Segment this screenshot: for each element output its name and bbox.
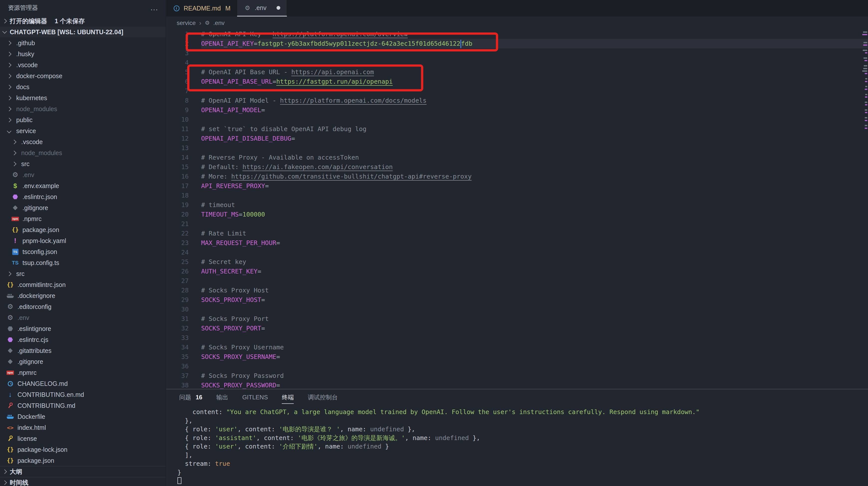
tree-item-.env[interactable]: ⚙.env [0,312,166,323]
minimap[interactable] [862,29,868,159]
tab-.env[interactable]: ⚙.env [237,0,287,17]
tree-item-.gitignore[interactable]: .gitignore [0,356,166,367]
editor-line-26[interactable]: 26AUTH_SECRET_KEY= [166,267,868,276]
tree-item-label: docker-compose [16,73,62,80]
modified-badge: M [225,5,230,12]
tree-item-.dockerignore[interactable]: .dockerignore [0,290,166,301]
editor-line-23[interactable]: 23MAX_REQUEST_PER_HOUR= [166,238,868,248]
editor-line-30[interactable]: 30 [166,305,868,314]
arrow-down-icon: ↓ [6,391,14,398]
panel-tab-GITLENS[interactable]: GITLENS [242,389,268,405]
editor-line-29[interactable]: 29SOCKS_PROXY_HOST= [166,295,868,305]
tree-item-license[interactable]: license [0,433,166,444]
tree-item-tsconfig.json[interactable]: TStsconfig.json [0,246,166,257]
editor-line-38[interactable]: 38SOCKS_PROXY_PASSWORD= [166,381,868,389]
tree-item-.eslintignore[interactable]: .eslintignore [0,323,166,334]
panel-tab-终端[interactable]: 终端 [282,389,294,405]
tree-item-label: license [18,435,37,442]
editor-line-21[interactable]: 21 [166,219,868,229]
tree-item-docker-compose[interactable]: docker-compose [0,70,166,81]
editor-line-8[interactable]: 8# OpenAI API Model - https://platform.o… [166,96,868,105]
tree-item-package.json[interactable]: {}package.json [0,224,166,235]
tree-item-.gitattributes[interactable]: .gitattributes [0,345,166,356]
tree-item-.env.example[interactable]: $.env.example [0,180,166,191]
editor-line-36[interactable]: 36 [166,362,868,371]
tree-item-node_modules[interactable]: node_modules [0,104,166,114]
panel-tab-调试控制台[interactable]: 调试控制台 [308,389,338,405]
breadcrumb-file[interactable]: .env [213,20,224,26]
tree-item-package.json[interactable]: {}package.json [0,455,166,466]
outline-section[interactable]: 大纲 [0,466,166,477]
editor-line-19[interactable]: 19# timeout [166,200,868,210]
tree-item-src[interactable]: src [0,268,166,279]
editor-line-33[interactable]: 33 [166,333,868,343]
more-actions-icon[interactable]: ... [151,5,158,10]
editor-line-9[interactable]: 9OPENAI_API_MODEL= [166,105,868,115]
tree-item-.vscode[interactable]: .vscode [0,136,166,147]
tree-item-.editorconfig[interactable]: ⚙.editorconfig [0,301,166,312]
panel-tab-问题[interactable]: 问题16 [179,389,203,405]
editor-line-12[interactable]: 12OPENAI_API_DISABLE_DEBUG= [166,134,868,143]
editor-line-34[interactable]: 34# Socks Proxy Username [166,343,868,352]
open-editors-section[interactable]: 打开的编辑器 1 个未保存 [0,16,166,26]
editor-line-16[interactable]: 16# More: https://github.com/transitive-… [166,172,868,181]
editor-line-24[interactable]: 24 [166,248,868,257]
tree-item-.eslintrc.cjs[interactable]: .eslintrc.cjs [0,334,166,345]
tree-item-.commitlintrc.json[interactable]: {}.commitlintrc.json [0,279,166,290]
tree-item-.env[interactable]: ⚙.env [0,169,166,180]
editor-line-13[interactable]: 13 [166,143,868,153]
tab-README.md[interactable]: iREADME.mdM [166,0,237,17]
keys-yellow-icon [6,435,14,442]
tree-item-CONTRIBUTING.md[interactable]: CONTRIBUTING.md [0,400,166,411]
tree-item-Dockerfile[interactable]: Dockerfile [0,411,166,422]
line-code: # Secret key [201,257,246,267]
editor-line-28[interactable]: 28# Socks Proxy Host [166,286,868,295]
timeline-section[interactable]: 时间线 [0,477,166,486]
tree-item-.npmrc[interactable]: npm.npmrc [0,367,166,378]
editor-line-35[interactable]: 35SOCKS_PROXY_USERNAME= [166,352,868,362]
editor-line-10[interactable]: 10 [166,115,868,124]
workspace-section[interactable]: CHATGPT-WEB [WSL: UBUNTU-22.04] [0,26,166,37]
tree-item-pnpm-lock.yaml[interactable]: !pnpm-lock.yaml [0,235,166,246]
editor-line-20[interactable]: 20TIMEOUT_MS=100000 [166,210,868,219]
tree-item-.gitignore[interactable]: .gitignore [0,202,166,213]
editor-line-18[interactable]: 18 [166,191,868,200]
clock-icon [6,380,14,388]
editor-line-27[interactable]: 27 [166,276,868,286]
editor-line-17[interactable]: 17API_REVERSE_PROXY= [166,181,868,191]
tree-item-.npmrc[interactable]: npm.npmrc [0,213,166,224]
tree-item-.vscode[interactable]: .vscode [0,59,166,70]
breadcrumb-folder[interactable]: service [177,20,196,26]
tree-item-kubernetes[interactable]: kubernetes [0,92,166,104]
tree-item-label: .eslintrc.json [23,193,57,201]
editor-line-25[interactable]: 25# Secret key [166,257,868,267]
tree-item-CHANGELOG.md[interactable]: CHANGELOG.md [0,378,166,389]
tree-item-package-lock.json[interactable]: {}package-lock.json [0,444,166,455]
panel-tab-输出[interactable]: 输出 [216,389,228,405]
editor-line-14[interactable]: 14# Reverse Proxy - Available on accessT… [166,153,868,162]
minimap-mark [865,109,867,111]
tree-item-node_modules[interactable]: node_modules [0,147,166,158]
breadcrumb[interactable]: service › ⚙ .env [166,17,868,29]
editor-line-22[interactable]: 22# Rate Limit [166,229,868,238]
editor-line-32[interactable]: 32SOCKS_PROXY_PORT= [166,324,868,333]
editor-line-11[interactable]: 11# set `true` to disable OpenAI API deb… [166,124,868,134]
tree-item-public[interactable]: public [0,114,166,125]
tree-item-src[interactable]: src [0,158,166,169]
tree-item-.husky[interactable]: .husky [0,49,166,59]
minimap-mark [865,125,867,126]
tree-item-.github[interactable]: .github [0,37,166,49]
gear-icon: ⚙ [205,19,210,27]
tree-item-index.html[interactable]: <>index.html [0,422,166,433]
tree-item-.eslintrc.json[interactable]: .eslintrc.json [0,191,166,202]
tree-item-service[interactable]: service [0,125,166,136]
dirty-dot-icon[interactable] [277,6,280,10]
code-editor[interactable]: 1# OpenAI API Key - https://platform.ope… [166,29,868,389]
terminal-output[interactable]: content: "You are ChatGPT, a large langu… [166,405,868,486]
tree-item-CONTRIBUTING.en.md[interactable]: ↓CONTRIBUTING.en.md [0,389,166,400]
editor-line-31[interactable]: 31# Socks Proxy Port [166,314,868,324]
tree-item-tsup.config.ts[interactable]: TStsup.config.ts [0,257,166,268]
editor-line-15[interactable]: 15# Default: https://ai.fakeopen.com/api… [166,162,868,172]
tree-item-docs[interactable]: docs [0,81,166,92]
editor-line-37[interactable]: 37# Socks Proxy Password [166,371,868,381]
